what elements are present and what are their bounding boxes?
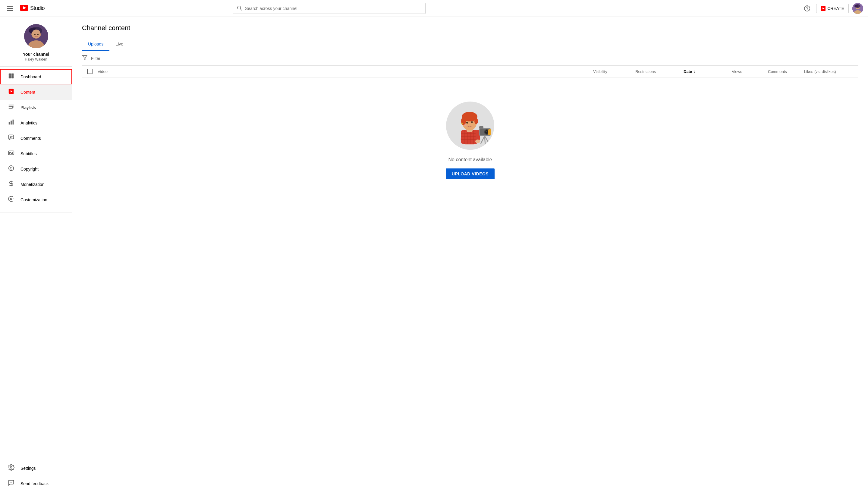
sort-arrow-icon: ↓ xyxy=(693,69,695,74)
filter-row: Filter xyxy=(82,51,858,66)
empty-text: No content available xyxy=(448,157,492,162)
copyright-icon xyxy=(8,165,14,173)
sidebar-subtitles-label: Subtitles xyxy=(20,151,37,156)
sidebar-item-customization[interactable]: Customization xyxy=(0,192,72,207)
empty-illustration xyxy=(446,102,494,150)
monetization-icon xyxy=(8,180,14,188)
logo-area[interactable]: Studio xyxy=(20,5,45,12)
svg-rect-22 xyxy=(12,74,14,76)
sidebar-item-subtitles[interactable]: Subtitles xyxy=(0,146,72,161)
svg-rect-23 xyxy=(9,76,11,78)
col-header-comments: Comments xyxy=(768,69,804,74)
svg-point-75 xyxy=(485,131,487,132)
svg-rect-77 xyxy=(488,129,491,135)
analytics-icon xyxy=(8,119,14,127)
channel-info: Your channel Haley Walden xyxy=(0,17,72,66)
settings-icon xyxy=(8,464,14,472)
sidebar-copyright-label: Copyright xyxy=(20,167,38,171)
playlists-icon xyxy=(8,103,14,111)
topbar: Studio CREATE xyxy=(0,0,868,17)
sidebar-dashboard-label: Dashboard xyxy=(20,74,41,79)
youtube-logo-icon xyxy=(20,5,28,12)
svg-rect-32 xyxy=(11,121,12,124)
checkbox-all[interactable] xyxy=(87,69,93,74)
sidebar-divider xyxy=(0,212,72,213)
svg-line-78 xyxy=(481,136,485,144)
svg-point-67 xyxy=(471,121,473,123)
empty-state: No content available UPLOAD VIDEOS xyxy=(82,77,858,203)
feedback-icon xyxy=(8,479,14,487)
sidebar-item-monetization[interactable]: Monetization xyxy=(0,176,72,192)
sidebar-settings-label: Settings xyxy=(20,466,36,471)
user-avatar[interactable] xyxy=(852,3,863,14)
svg-point-49 xyxy=(10,466,12,468)
search-icon xyxy=(237,5,242,12)
svg-point-20 xyxy=(37,34,38,35)
search-input[interactable] xyxy=(245,6,422,11)
svg-point-2 xyxy=(237,6,241,9)
sidebar-monetization-label: Monetization xyxy=(20,182,44,187)
comments-icon xyxy=(8,134,14,142)
customization-icon xyxy=(8,196,14,204)
select-all-checkbox[interactable] xyxy=(82,69,98,74)
svg-point-66 xyxy=(466,122,468,124)
svg-rect-33 xyxy=(13,120,14,125)
sidebar-analytics-label: Analytics xyxy=(20,121,37,125)
studio-label: Studio xyxy=(30,5,45,12)
topbar-right: CREATE xyxy=(802,3,863,14)
svg-rect-31 xyxy=(9,122,10,124)
svg-point-19 xyxy=(34,34,35,35)
col-header-views: Views xyxy=(732,69,768,74)
filter-label: Filter xyxy=(91,56,100,61)
create-icon xyxy=(821,6,825,11)
camera-illustration xyxy=(449,105,491,147)
svg-point-42 xyxy=(9,166,14,171)
channel-handle: Haley Walden xyxy=(25,57,47,61)
col-header-likes: Likes (vs. dislikes) xyxy=(804,69,858,74)
sidebar-item-content[interactable]: Content xyxy=(0,84,72,100)
tab-live[interactable]: Live xyxy=(109,38,129,51)
svg-point-12 xyxy=(854,4,858,7)
svg-rect-76 xyxy=(479,126,483,129)
svg-point-44 xyxy=(10,198,12,200)
menu-button[interactable] xyxy=(5,4,15,13)
svg-line-3 xyxy=(241,9,242,11)
sidebar-playlists-label: Playlists xyxy=(20,105,36,110)
channel-name: Your channel xyxy=(23,52,49,57)
sidebar-item-feedback[interactable]: Send feedback xyxy=(0,476,72,491)
upload-videos-button[interactable]: UPLOAD VIDEOS xyxy=(446,168,495,179)
sidebar-content-label: Content xyxy=(20,90,35,95)
tab-uploads[interactable]: Uploads xyxy=(82,38,109,51)
filter-icon xyxy=(82,55,88,62)
main-container: Your channel Haley Walden Dashboard xyxy=(0,17,868,496)
sidebar-item-dashboard[interactable]: Dashboard xyxy=(0,69,72,84)
page-title: Channel content xyxy=(82,24,858,32)
svg-point-81 xyxy=(462,123,463,124)
svg-marker-30 xyxy=(13,106,14,108)
svg-point-5 xyxy=(807,10,807,10)
sidebar-nav: Dashboard Content xyxy=(0,66,72,210)
subtitles-icon xyxy=(8,150,14,158)
sidebar: Your channel Haley Walden Dashboard xyxy=(0,17,72,496)
col-header-visibility: Visibility xyxy=(593,69,635,74)
svg-marker-51 xyxy=(82,56,87,60)
topbar-left: Studio xyxy=(5,4,45,13)
svg-point-70 xyxy=(475,140,480,143)
sidebar-item-playlists[interactable]: Playlists xyxy=(0,100,72,115)
content-area: Channel content Uploads Live Filter Vide… xyxy=(72,17,868,496)
col-header-restrictions: Restrictions xyxy=(635,69,684,74)
sidebar-item-analytics[interactable]: Analytics xyxy=(0,115,72,130)
svg-rect-53 xyxy=(461,130,478,144)
col-header-date[interactable]: Date ↓ xyxy=(684,69,732,74)
sidebar-item-copyright[interactable]: Copyright xyxy=(0,161,72,176)
svg-point-74 xyxy=(485,130,489,134)
sidebar-item-settings[interactable]: Settings xyxy=(0,461,72,476)
help-button[interactable] xyxy=(802,3,812,14)
sidebar-item-comments[interactable]: Comments xyxy=(0,130,72,146)
sidebar-bottom: Settings Send feedback xyxy=(0,461,72,491)
sidebar-feedback-label: Send feedback xyxy=(20,481,48,486)
create-label: CREATE xyxy=(827,6,844,11)
channel-avatar[interactable] xyxy=(24,24,48,48)
table-header: Video Visibility Restrictions Date ↓ Vie… xyxy=(82,66,858,77)
create-button[interactable]: CREATE xyxy=(816,4,849,13)
